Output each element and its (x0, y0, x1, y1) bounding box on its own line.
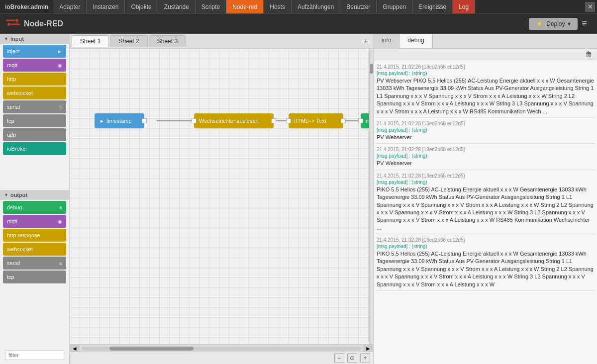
node-serial-in-label: serial (7, 104, 20, 110)
canvas-node-wechselrichter-port-left[interactable] (192, 118, 197, 123)
node-serial-in[interactable]: serial ≡ (3, 100, 66, 113)
node-http-in-label: http (7, 76, 16, 82)
tab-scripte[interactable]: Scripte (196, 0, 226, 13)
canvas-vscrollbar[interactable] (369, 49, 373, 344)
node-serial-out[interactable]: serial ≡ (3, 257, 66, 270)
input-section-header[interactable]: ▼ input (0, 34, 69, 44)
node-tcp-out-label: tcp (7, 274, 14, 280)
tab-adapter[interactable]: Adapter (53, 0, 87, 13)
canvas-tab-sheet3[interactable]: Sheet 3 (149, 35, 186, 47)
tab-node-red[interactable]: Node-red (226, 0, 264, 13)
canvas-scroll-track (82, 347, 361, 351)
canvas-node-wechselrichter-port-right[interactable] (271, 118, 276, 123)
tab-aufzaehlungen[interactable]: Aufzählungen (292, 0, 340, 13)
node-iobroker-in-label: ioBroker (7, 146, 27, 152)
node-mqtt-in[interactable]: mqtt ◉ (3, 59, 66, 72)
clear-debug-button[interactable]: 🗑 (583, 50, 594, 58)
canvas-node-msg-payload-port-left[interactable] (358, 118, 363, 123)
canvas-node-html-text-port-left[interactable] (286, 118, 291, 123)
node-mqtt-out[interactable]: mqtt ◉ (3, 215, 66, 228)
right-tab-info[interactable]: info (374, 34, 399, 48)
filter-input[interactable] (5, 350, 64, 360)
zoom-fit-button[interactable]: ⊙ (347, 353, 357, 363)
debug-entry-2: 21.4.2015, 21:02:28 [13ed2b68 ec12d5] [m… (376, 119, 595, 144)
canvas-scroll-left-button[interactable]: ◄ (70, 345, 80, 352)
deploy-icon: ⚡ (536, 20, 543, 27)
canvas-node-timestamp[interactable]: ► timestamp (95, 113, 144, 128)
node-inject-label: inject (7, 48, 20, 54)
right-panel-tabs: info debug (374, 34, 597, 49)
brand-label: ioBroker.admin (0, 3, 53, 10)
node-mqtt-in-icon: ◉ (58, 63, 62, 68)
tab-benutzer[interactable]: Benutzer (340, 0, 377, 13)
deploy-chevron: ▾ (568, 20, 571, 27)
debug-entry-5-label: [msg.payload] : (string) (377, 244, 594, 249)
canvas-node-html-text-port-right[interactable] (341, 118, 346, 123)
node-websocket-in[interactable]: websocket (3, 87, 66, 99)
tab-objekte[interactable]: Objekte (125, 0, 158, 13)
node-debug-out[interactable]: debug ≡ (3, 201, 66, 214)
debug-content[interactable]: 21.4.2015, 21:02:28 [13ed2b68 ec12d5] [m… (374, 60, 597, 364)
node-websocket-out[interactable]: websocket (3, 243, 66, 256)
corner-close-button[interactable]: ✕ (585, 2, 595, 12)
debug-entry-2-label: [msg.payload] : (string) (377, 127, 594, 133)
canvas-tab-sheet1[interactable]: Sheet 1 (72, 35, 109, 47)
node-serial-in-icon: ≡ (59, 104, 62, 110)
tab-hosts[interactable]: Hosts (264, 0, 292, 13)
canvas-tab-sheet2[interactable]: Sheet 2 (110, 35, 147, 47)
node-inject[interactable]: inject ► (3, 45, 66, 58)
canvas-node-timestamp-icon: ► (100, 118, 104, 124)
debug-entry-5-text: PIKO 5.5 Helios (255) AC-Leistung Energi… (377, 250, 594, 288)
canvas-node-html-text[interactable]: HTML -> Text (289, 113, 343, 128)
canvas-tabs: Sheet 1 Sheet 2 Sheet 3 + (70, 34, 373, 49)
debug-entry-3-label: [msg.payload] : (string) (377, 153, 594, 159)
input-nodes-list: inject ► mqtt ◉ http websocket serial ≡ … (0, 44, 69, 190)
canvas-vscroll-thumb[interactable] (370, 64, 373, 74)
debug-entry-5: 21.4.2015, 21:02:28 [13ed2b68 ec12d5] [m… (376, 235, 595, 291)
tab-instanzen[interactable]: Instanzen (87, 0, 125, 13)
node-websocket-out-label: websocket (7, 246, 33, 252)
node-udp-in[interactable]: udp (3, 128, 66, 141)
node-tcp-out[interactable]: tcp (3, 271, 66, 283)
node-debug-out-label: debug (7, 204, 22, 210)
menu-button[interactable]: ≡ (578, 18, 591, 29)
deploy-label: Deploy (546, 20, 565, 27)
node-http-in[interactable]: http (3, 73, 66, 86)
node-iobroker-in[interactable]: ioBroker (3, 142, 66, 155)
canvas-content[interactable]: ► timestamp Wechselrichter auslesen HTML… (70, 49, 373, 344)
canvas-scroll-thumb[interactable] (109, 347, 194, 351)
node-tcp-in-label: tcp (7, 118, 14, 124)
sidebar: ▼ input inject ► mqtt ◉ http websocket s… (0, 34, 70, 364)
output-section-label: output (10, 192, 27, 198)
tab-gruppen[interactable]: Gruppen (377, 0, 412, 13)
topbar: ioBroker.admin Adapter Instanzen Objekte… (0, 0, 597, 14)
zoom-in-button[interactable]: + (360, 353, 370, 363)
canvas-toolbar: − ⊙ + (70, 352, 373, 364)
node-websocket-in-label: websocket (7, 90, 33, 96)
output-section-header[interactable]: ▼ output (0, 190, 69, 200)
output-arrow-icon: ▼ (4, 192, 8, 197)
canvas-connections (70, 49, 373, 344)
nr-title: Node-RED (24, 19, 63, 28)
node-udp-in-label: udp (7, 132, 16, 138)
output-nodes-list: debug ≡ mqtt ◉ http response websocket s… (0, 200, 69, 346)
deploy-button[interactable]: ⚡ Deploy ▾ (529, 18, 578, 30)
canvas-hscrollbar[interactable]: ◄ ► (70, 345, 373, 352)
tab-log[interactable]: Log (453, 0, 475, 13)
node-tcp-in[interactable]: tcp (3, 114, 66, 127)
canvas-area: Sheet 1 Sheet 2 Sheet 3 + ► timestamp (70, 34, 373, 364)
canvas-node-timestamp-port-right[interactable] (142, 118, 147, 123)
canvas-tab-add-button[interactable]: + (361, 37, 371, 46)
tab-ereignisse[interactable]: Ereignisse (412, 0, 453, 13)
canvas-node-wechselrichter[interactable]: Wechselrichter auslesen (194, 113, 274, 128)
debug-entry-4: 21.4.2015, 21:02:28 [13ed2b68 ec12d5] [m… (376, 171, 595, 234)
canvas-node-wechselrichter-label: Wechselrichter auslesen (199, 118, 259, 124)
right-panel-toolbar: 🗑 (374, 49, 597, 60)
tab-zustaende[interactable]: Zustände (158, 0, 196, 13)
input-arrow-icon: ▼ (4, 36, 8, 41)
canvas-scroll-right-button[interactable]: ► (363, 345, 373, 352)
input-section-label: input (10, 36, 24, 42)
right-tab-debug[interactable]: debug (399, 34, 432, 48)
zoom-out-button[interactable]: − (334, 353, 344, 363)
node-http-response[interactable]: http response (3, 229, 66, 242)
